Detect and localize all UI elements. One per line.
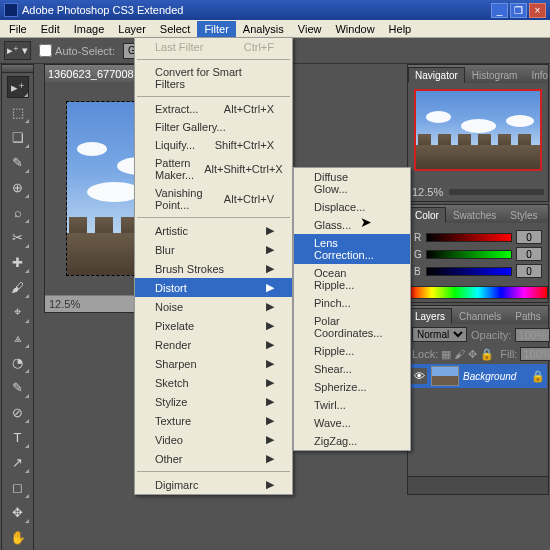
eye-icon[interactable]: 👁	[411, 368, 427, 384]
minimize-button[interactable]: _	[491, 3, 508, 18]
tool-18[interactable]: ✋	[7, 526, 29, 548]
tool-7[interactable]: ✚	[7, 251, 29, 273]
tool-11[interactable]: ◔	[7, 351, 29, 373]
menu-analysis[interactable]: Analysis	[236, 21, 291, 37]
toolbox: ▸⁺⬚❏✎⊕⌕✂✚🖌⌖⟁◔✎⊘T↗◻✥✋🔍 ◙ ▭	[1, 64, 34, 550]
menu-item-distort[interactable]: Distort▶	[135, 278, 292, 297]
tab-info[interactable]: Info	[524, 67, 550, 83]
green-value[interactable]: 0	[516, 247, 542, 261]
fill-value[interactable]: 100%	[520, 347, 550, 361]
tool-1[interactable]: ⬚	[7, 101, 29, 123]
hue-strip[interactable]	[408, 286, 548, 299]
menu-item-artistic[interactable]: Artistic▶	[135, 221, 292, 240]
nav-zoom-slider[interactable]	[449, 189, 544, 195]
menu-item-wave-[interactable]: Wave...	[294, 414, 410, 432]
tab-channels[interactable]: Channels	[452, 308, 508, 324]
menu-select[interactable]: Select	[153, 21, 198, 37]
tab-layers[interactable]: Layers	[408, 308, 452, 324]
menu-item-convert-for-smart-filters[interactable]: Convert for Smart Filters	[135, 63, 292, 93]
tool-5[interactable]: ⌕	[7, 201, 29, 223]
menu-item-sharpen[interactable]: Sharpen▶	[135, 354, 292, 373]
close-button[interactable]: ×	[529, 3, 546, 18]
tool-9[interactable]: ⌖	[7, 301, 29, 323]
menu-item-vanishing-point-[interactable]: Vanishing Point...Alt+Ctrl+V	[135, 184, 292, 214]
menu-item-texture[interactable]: Texture▶	[135, 411, 292, 430]
menu-item-liquify-[interactable]: Liquify...Shift+Ctrl+X	[135, 136, 292, 154]
menu-item-video[interactable]: Video▶	[135, 430, 292, 449]
menu-window[interactable]: Window	[328, 21, 381, 37]
menu-item-ripple-[interactable]: Ripple...	[294, 342, 410, 360]
tool-15[interactable]: ↗	[7, 451, 29, 473]
menu-file[interactable]: File	[2, 21, 34, 37]
tool-4[interactable]: ⊕	[7, 176, 29, 198]
blue-value[interactable]: 0	[516, 264, 542, 278]
menu-item-shear-[interactable]: Shear...	[294, 360, 410, 378]
menu-item-pinch-[interactable]: Pinch...	[294, 294, 410, 312]
autoselect-check[interactable]: Auto-Select:	[35, 44, 119, 57]
distort-submenu-dropdown: Diffuse Glow...Displace...Glass...Lens C…	[293, 167, 411, 451]
tool-12[interactable]: ✎	[7, 376, 29, 398]
tab-paths[interactable]: Paths	[508, 308, 548, 324]
tool-13[interactable]: ⊘	[7, 401, 29, 423]
menu-item-zigzag-[interactable]: ZigZag...	[294, 432, 410, 450]
menu-item-spherize-[interactable]: Spherize...	[294, 378, 410, 396]
lock-paint-button[interactable]: 🖌	[454, 348, 465, 360]
menu-item-lens-correction-[interactable]: Lens Correction...	[294, 234, 410, 264]
menu-item-displace-[interactable]: Displace...	[294, 198, 410, 216]
tool-6[interactable]: ✂	[7, 226, 29, 248]
menu-item-diffuse-glow-[interactable]: Diffuse Glow...	[294, 168, 410, 198]
tool-17[interactable]: ✥	[7, 501, 29, 523]
move-tool-preset[interactable]: ▸⁺ ▾	[4, 41, 31, 60]
tab-swatches[interactable]: Swatches	[446, 207, 503, 223]
lock-icon: 🔒	[531, 370, 545, 383]
tool-10[interactable]: ⟁	[7, 326, 29, 348]
menu-item-noise[interactable]: Noise▶	[135, 297, 292, 316]
menu-item-sketch[interactable]: Sketch▶	[135, 373, 292, 392]
menu-layer[interactable]: Layer	[111, 21, 153, 37]
tab-color[interactable]: Color	[408, 207, 446, 223]
menu-item-ocean-ripple-[interactable]: Ocean Ripple...	[294, 264, 410, 294]
menu-item-brush-strokes[interactable]: Brush Strokes▶	[135, 259, 292, 278]
maximize-button[interactable]: ❐	[510, 3, 527, 18]
tab-navigator[interactable]: Navigator	[408, 67, 465, 83]
zoom-level[interactable]: 12.5%	[49, 298, 80, 310]
menu-help[interactable]: Help	[382, 21, 419, 37]
tab-styles[interactable]: Styles	[503, 207, 544, 223]
menu-item-glass-[interactable]: Glass...	[294, 216, 410, 234]
red-value[interactable]: 0	[516, 230, 542, 244]
menu-item-filter-gallery-[interactable]: Filter Gallery...	[135, 118, 292, 136]
lock-position-button[interactable]: ✥	[468, 348, 477, 361]
tool-14[interactable]: T	[7, 426, 29, 448]
tab-histogram[interactable]: Histogram	[465, 67, 525, 83]
tool-8[interactable]: 🖌	[7, 276, 29, 298]
navigator-preview[interactable]	[414, 89, 542, 171]
blend-mode-select[interactable]: Normal	[412, 327, 467, 342]
menu-item-extract-[interactable]: Extract...Alt+Ctrl+X	[135, 100, 292, 118]
tool-2[interactable]: ❏	[7, 126, 29, 148]
menu-item-polar-coordinates-[interactable]: Polar Coordinates...	[294, 312, 410, 342]
blue-slider[interactable]	[426, 267, 512, 276]
layer-background[interactable]: 👁 Background 🔒	[409, 364, 547, 388]
red-slider[interactable]	[426, 233, 512, 242]
menu-item-pixelate[interactable]: Pixelate▶	[135, 316, 292, 335]
menu-image[interactable]: Image	[67, 21, 112, 37]
opacity-value[interactable]: 100%	[515, 328, 549, 342]
menu-item-digimarc[interactable]: Digimarc▶	[135, 475, 292, 494]
green-slider[interactable]	[426, 250, 512, 259]
tool-0[interactable]: ▸⁺	[7, 76, 29, 98]
lock-all-button[interactable]: 🔒	[480, 348, 494, 361]
menu-item-blur[interactable]: Blur▶	[135, 240, 292, 259]
menu-item-render[interactable]: Render▶	[135, 335, 292, 354]
menu-filter[interactable]: Filter	[197, 21, 235, 37]
nav-zoom[interactable]: 12.5%	[412, 186, 443, 198]
menu-edit[interactable]: Edit	[34, 21, 67, 37]
tool-3[interactable]: ✎	[7, 151, 29, 173]
tool-16[interactable]: ◻	[7, 476, 29, 498]
lock-transparent-button[interactable]: ▦	[441, 348, 451, 361]
menu-item-stylize[interactable]: Stylize▶	[135, 392, 292, 411]
menu-item-twirl-[interactable]: Twirl...	[294, 396, 410, 414]
menu-item-pattern-maker-[interactable]: Pattern Maker...Alt+Shift+Ctrl+X	[135, 154, 292, 184]
filter-menu-dropdown: Last FilterCtrl+FConvert for Smart Filte…	[134, 37, 293, 495]
menu-item-other[interactable]: Other▶	[135, 449, 292, 468]
menu-view[interactable]: View	[291, 21, 329, 37]
